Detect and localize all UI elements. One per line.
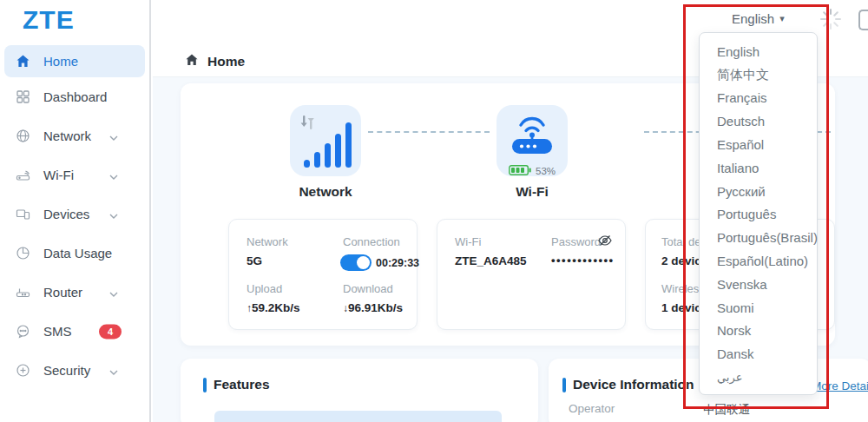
page-title: Home [207,54,245,69]
feature-item-row[interactable] [214,411,502,422]
language-option-french[interactable]: Français [700,87,817,110]
wifi-node-label: Wi-Fi [496,184,568,200]
language-option-spanish[interactable]: Español [700,133,817,156]
sidebar-item-security[interactable]: Security [0,351,149,390]
language-option-danish[interactable]: Dansk [700,342,817,366]
sidebar-item-label: Wi-Fi [43,168,74,182]
language-option-german[interactable]: Deutsch [700,109,817,133]
sidebar-item-label: SMS [43,324,72,339]
wifi-battery-status: 53% [509,163,556,179]
operator-value: 中国联通 [703,402,750,418]
language-option-simplified-chinese[interactable]: 简体中文 [700,63,817,87]
features-panel: Features [181,359,538,422]
sms-icon [16,324,31,340]
sidebar-item-label: Security [43,363,90,378]
clipped-edge-icon[interactable] [858,10,868,30]
connection-time-value: 00:29:33 [376,257,419,269]
zte-logo: ZTE [23,5,75,35]
language-selector[interactable]: English ▾ [732,11,785,26]
ssid-label: Wi-Fi [455,235,481,248]
download-value: ↓96.91Kb/s [343,301,403,314]
network-node-label: Network [290,184,361,200]
sidebar-item-wifi[interactable]: Wi-Fi [0,155,149,195]
battery-percent: 53% [536,166,556,176]
network-label: Network [247,235,288,248]
home-icon [185,53,199,70]
devices-icon [16,207,31,222]
sidebar-item-label: Home [43,54,78,69]
wifi-router-icon [510,111,555,165]
signal-bars-icon [304,122,352,168]
sidebar-item-label: Devices [43,207,89,221]
wifi-router-icon [16,168,31,183]
battery-icon [509,163,531,179]
language-option-spanish-latino[interactable]: Español(Latino) [700,249,817,273]
breadcrumb: Home [185,53,245,70]
loading-spinner-icon [819,8,842,30]
language-option-swedish[interactable]: Svenska [700,273,817,296]
device-information-title: Device Information [573,377,694,392]
upload-value: ↑59.2Kb/s [247,301,300,314]
chevron-down-icon [109,129,118,144]
router-icon [16,285,31,300]
data-usage-icon [16,246,31,261]
wifi-info-card: Wi-Fi Password ZTE_A6A485 •••••••••••• [437,219,626,330]
language-option-portuguese[interactable]: Português [700,203,817,227]
chevron-down-icon [109,207,118,222]
password-masked-value: •••••••••••• [551,254,615,267]
network-type-value: 5G [247,254,262,267]
caret-down-icon: ▾ [779,13,785,24]
sidebar: ZTE Home Dashboard Network [0,0,151,422]
upload-label: Upload [247,282,282,295]
security-icon [16,363,31,379]
sidebar-item-data-usage[interactable]: Data Usage [0,234,149,273]
sms-unread-badge: 4 [99,324,122,339]
network-info-card: Network Connection 5G 00:29:33 Upload Do… [228,219,418,330]
language-option-finnish[interactable]: Suomi [700,296,817,320]
dashboard-icon [16,89,31,105]
language-option-english[interactable]: English [700,40,817,63]
sidebar-item-home[interactable]: Home [4,45,145,77]
chevron-down-icon [109,168,118,183]
sidebar-item-label: Dashboard [43,89,107,104]
operator-label: Operator [569,402,615,415]
language-option-portuguese-brasil[interactable]: Português(Brasil) [700,226,817,249]
language-selector-label: English [732,11,774,26]
language-option-arabic[interactable]: عربي [700,366,817,389]
language-option-russian[interactable]: Русский [700,180,817,203]
download-label: Download [343,282,393,295]
sidebar-item-sms[interactable]: SMS 4 [0,312,149,351]
sidebar-item-label: Data Usage [43,246,112,260]
language-option-norwegian[interactable]: Norsk [700,320,817,343]
sidebar-item-label: Network [43,129,91,143]
section-accent-bar [203,378,207,392]
language-dropdown-menu: English 简体中文 Français Deutsch Español It… [699,32,818,395]
connector-line [368,131,490,133]
sidebar-item-router[interactable]: Router [0,273,149,312]
more-detail-link[interactable]: More Detail [812,379,868,392]
globe-icon [16,129,31,144]
page: ZTE Home Dashboard Network [0,0,868,422]
features-title: Features [214,377,270,392]
password-label: Password [551,235,601,248]
home-icon [16,54,31,69]
sidebar-item-network[interactable]: Network [0,116,149,155]
sidebar-item-label: Router [43,285,82,300]
chevron-down-icon [109,285,118,300]
connection-toggle[interactable] [340,254,372,271]
password-visibility-toggle[interactable] [597,233,613,252]
sidebar-menu: Home Dashboard Network Wi-Fi [0,45,149,390]
section-accent-bar [562,378,566,392]
ssid-value: ZTE_A6A485 [455,254,527,267]
sidebar-item-dashboard[interactable]: Dashboard [0,77,149,116]
toggle-knob [357,256,370,269]
chevron-down-icon [109,363,118,379]
sidebar-item-devices[interactable]: Devices [0,195,149,234]
connection-label: Connection [343,235,400,248]
language-option-italian[interactable]: Italiano [700,156,817,180]
